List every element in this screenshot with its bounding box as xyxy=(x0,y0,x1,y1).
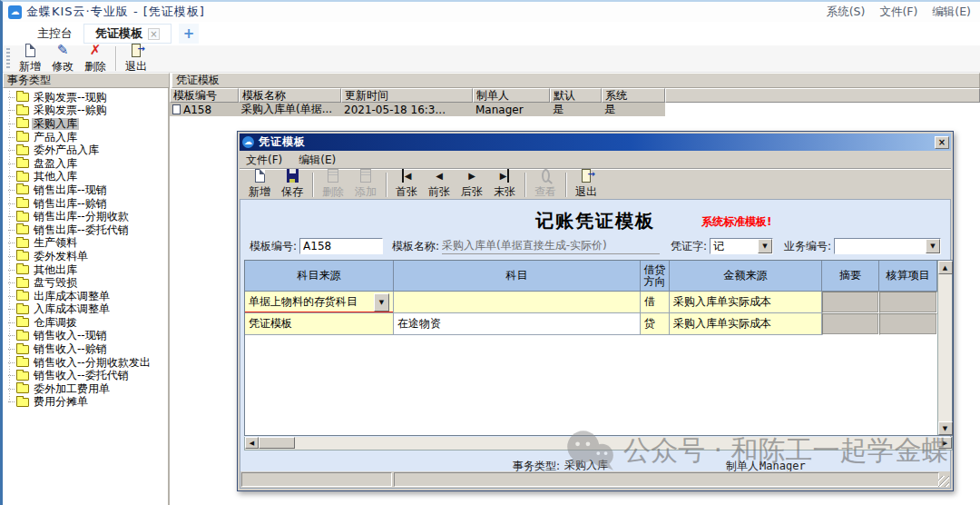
dialog-title-bar[interactable]: ☁ 凭证模板 × xyxy=(240,134,951,151)
toolbar-grip-handle[interactable] xyxy=(6,48,10,70)
row-cell-filler xyxy=(665,103,980,116)
summary-cell[interactable] xyxy=(822,313,879,335)
del-icon xyxy=(90,44,102,57)
grid-empty-area xyxy=(245,335,937,435)
column-header[interactable]: 制单人 xyxy=(473,88,550,103)
tree-item[interactable]: 采购发票--赊购 xyxy=(8,104,168,118)
grid-column-header[interactable]: 科目 xyxy=(394,261,641,292)
chevron-down-icon[interactable]: ▼ xyxy=(758,239,772,253)
前张-button[interactable]: 前张 xyxy=(423,168,456,201)
template-row[interactable]: A158采购入库单(单据...2021-05-18 16:3...Manager… xyxy=(170,103,980,116)
dialog-menu-item[interactable]: 文件(F) xyxy=(246,153,282,168)
tree-item[interactable]: 销售收入--赊销 xyxy=(8,342,168,356)
column-header[interactable]: 模板名称 xyxy=(239,88,341,103)
scroll-down-icon[interactable]: ▼ xyxy=(938,421,953,435)
新增-button[interactable]: 新增 xyxy=(243,168,276,201)
grid-column-header[interactable]: 科目来源 xyxy=(245,261,394,292)
voucher-word-select[interactable]: 记 ▼ xyxy=(710,238,773,254)
tree-item[interactable]: 出库成本调整单 xyxy=(8,290,168,303)
tree-item[interactable]: 委外发料单 xyxy=(8,250,168,263)
amount-source-cell[interactable]: 采购入库单实际成本 xyxy=(670,313,822,335)
末张-button[interactable]: 末张 xyxy=(488,168,521,201)
scrollbar-thumb[interactable] xyxy=(259,437,295,449)
account-source-cell[interactable]: 单据上物料的存货科目▼ xyxy=(245,292,394,313)
退出-button[interactable]: 退出 xyxy=(120,43,152,75)
tree-item[interactable]: 销售收入--现销 xyxy=(8,330,168,343)
chevron-down-icon[interactable]: ▼ xyxy=(374,293,389,312)
template-no-input[interactable] xyxy=(299,238,383,254)
subject-cell[interactable] xyxy=(394,292,641,313)
tree-item-label: 其他入库 xyxy=(32,171,79,183)
toolbar-button-label: 修改 xyxy=(52,59,74,74)
grid-column-header[interactable]: 金额来源 xyxy=(670,261,822,292)
tree-item[interactable]: 销售出库--分期收款 xyxy=(8,210,168,223)
tab-main-console[interactable]: 主控台 xyxy=(26,24,83,44)
后张-button[interactable]: 后张 xyxy=(456,168,488,201)
chevron-down-icon[interactable]: ▼ xyxy=(926,239,940,253)
toolbar-button-label: 后张 xyxy=(461,184,483,200)
business-no-select[interactable]: ▼ xyxy=(834,238,941,254)
direction-cell[interactable]: 贷 xyxy=(641,313,670,335)
amount-source-cell[interactable]: 采购入库单实际成本 xyxy=(670,292,822,313)
tree-item[interactable]: 盘盈入库 xyxy=(8,157,168,171)
tree-item[interactable]: 其他入库 xyxy=(8,171,168,184)
resize-grip[interactable] xyxy=(938,476,949,487)
新增-button[interactable]: 新增 xyxy=(14,43,46,75)
scroll-right-icon[interactable]: ▶ xyxy=(938,437,952,449)
dialog-menu-item[interactable]: 编辑(E) xyxy=(299,153,336,168)
column-header[interactable]: 默认 xyxy=(550,88,602,103)
first-icon xyxy=(402,169,412,183)
column-header[interactable]: 系统 xyxy=(602,88,665,103)
修改-button[interactable]: 修改 xyxy=(46,43,79,75)
tree-item[interactable]: 仓库调拨 xyxy=(8,316,168,330)
menu-item[interactable]: 系统(S) xyxy=(827,5,866,20)
tree-item[interactable]: 委外加工费用单 xyxy=(8,382,168,396)
dialog-close-button[interactable]: × xyxy=(935,136,949,149)
tree-item[interactable]: 销售出库--委托代销 xyxy=(8,223,168,237)
删除-button[interactable]: 删除 xyxy=(79,43,112,75)
scroll-left-icon[interactable]: ◀ xyxy=(245,437,259,449)
grid-column-header[interactable]: 摘要 xyxy=(822,261,879,292)
tree-item[interactable]: 生产领料 xyxy=(8,237,168,251)
tree-item[interactable]: 入库成本调整单 xyxy=(8,303,168,317)
summary-cell[interactable] xyxy=(822,292,879,313)
menu-item[interactable]: 编辑(E) xyxy=(932,5,971,20)
toolbar-separator xyxy=(524,173,525,197)
tree-item[interactable]: 采购入库 xyxy=(8,117,168,131)
tree-item[interactable]: 委外产品入库 xyxy=(8,144,168,157)
subject-cell[interactable]: 在途物资 xyxy=(394,313,641,335)
transaction-type-tree: 采购发票--现购采购发票--赊购采购入库产品入库委外产品入库盘盈入库其他入库销售… xyxy=(3,88,170,505)
tree-item[interactable]: 销售收入--委托代销 xyxy=(8,369,168,382)
column-header[interactable]: 模板编号 xyxy=(170,88,239,103)
account-source-cell[interactable]: 凭证模板 xyxy=(245,313,394,335)
退出-button[interactable]: 退出 xyxy=(570,168,603,201)
保存-button[interactable]: 保存 xyxy=(276,168,309,201)
column-header[interactable]: 更新时间 xyxy=(341,88,473,103)
tree-item[interactable]: 其他出库 xyxy=(8,263,168,277)
tree-item[interactable]: 销售出库--赊销 xyxy=(8,197,168,211)
entry-grid: 科目来源科目借贷方向金额来源摘要核算项目 单据上物料的存货科目▼借采购入库单实际… xyxy=(244,260,953,436)
item-cell[interactable] xyxy=(879,313,937,335)
tree-item[interactable]: 销售收入--分期收款发出 xyxy=(8,356,168,370)
tab-voucher-template[interactable]: 凭证模板 × xyxy=(83,24,172,44)
grid-column-header[interactable]: 借贷方向 xyxy=(641,261,670,292)
grid-vertical-scrollbar[interactable]: ▲ ▼ xyxy=(937,261,952,435)
tree-item[interactable]: 费用分摊单 xyxy=(8,396,168,410)
grid-column-header[interactable]: 核算项目 xyxy=(879,261,937,292)
scroll-up-icon[interactable]: ▲ xyxy=(938,261,953,274)
tree-item[interactable]: 销售出库--现销 xyxy=(8,183,168,197)
tree-item-label: 销售出库--分期收款 xyxy=(32,211,131,223)
sidebar-header: 事务类型 xyxy=(3,73,170,88)
add-tab-button[interactable]: + xyxy=(179,24,199,44)
folder-icon xyxy=(16,332,29,341)
item-cell[interactable] xyxy=(879,292,937,313)
menu-item[interactable]: 文件(F) xyxy=(879,5,917,20)
grid-horizontal-scrollbar[interactable]: ◀ ▶ xyxy=(244,437,953,451)
direction-cell[interactable]: 借 xyxy=(641,292,670,313)
close-tab-icon[interactable]: × xyxy=(148,28,160,40)
tree-item[interactable]: 产品入库 xyxy=(8,131,168,144)
tree-item[interactable]: 采购发票--现购 xyxy=(8,91,168,104)
首张-button[interactable]: 首张 xyxy=(390,168,423,201)
tree-item[interactable]: 盘亏毁损 xyxy=(8,276,168,290)
app-logo-icon: ☁ xyxy=(8,5,22,19)
